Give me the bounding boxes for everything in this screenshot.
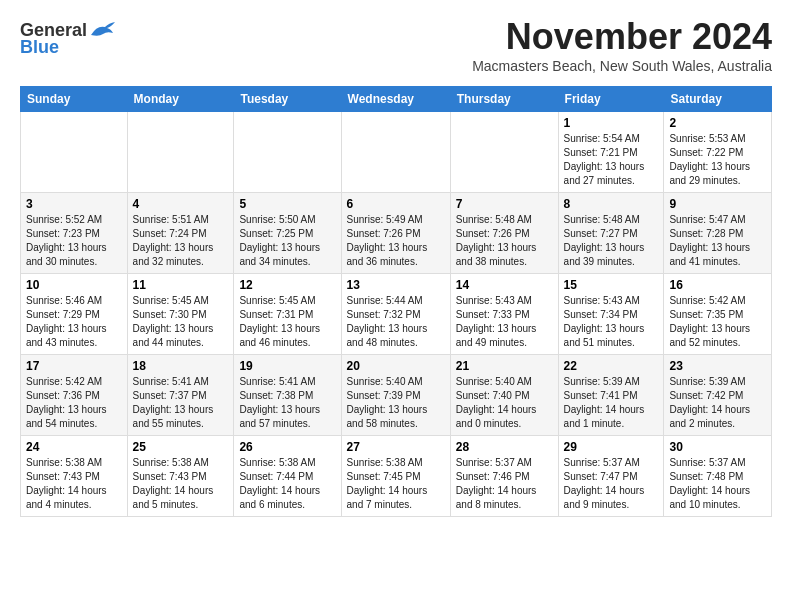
header: General Blue November 2024 Macmasters Be… [20, 16, 772, 82]
calendar-cell: 8Sunrise: 5:48 AM Sunset: 7:27 PM Daylig… [558, 193, 664, 274]
subtitle: Macmasters Beach, New South Wales, Austr… [472, 58, 772, 74]
day-info: Sunrise: 5:42 AM Sunset: 7:35 PM Dayligh… [669, 294, 766, 350]
calendar-cell: 4Sunrise: 5:51 AM Sunset: 7:24 PM Daylig… [127, 193, 234, 274]
calendar-cell [341, 112, 450, 193]
header-monday: Monday [127, 87, 234, 112]
calendar-cell: 2Sunrise: 5:53 AM Sunset: 7:22 PM Daylig… [664, 112, 772, 193]
day-info: Sunrise: 5:40 AM Sunset: 7:39 PM Dayligh… [347, 375, 445, 431]
day-info: Sunrise: 5:38 AM Sunset: 7:43 PM Dayligh… [26, 456, 122, 512]
day-number: 15 [564, 278, 659, 292]
calendar-header-row: SundayMondayTuesdayWednesdayThursdayFrid… [21, 87, 772, 112]
day-number: 25 [133, 440, 229, 454]
calendar-cell: 6Sunrise: 5:49 AM Sunset: 7:26 PM Daylig… [341, 193, 450, 274]
day-info: Sunrise: 5:41 AM Sunset: 7:38 PM Dayligh… [239, 375, 335, 431]
day-info: Sunrise: 5:52 AM Sunset: 7:23 PM Dayligh… [26, 213, 122, 269]
day-number: 2 [669, 116, 766, 130]
logo-bird-icon [89, 21, 115, 41]
calendar-week-row: 24Sunrise: 5:38 AM Sunset: 7:43 PM Dayli… [21, 436, 772, 517]
calendar-cell: 28Sunrise: 5:37 AM Sunset: 7:46 PM Dayli… [450, 436, 558, 517]
day-info: Sunrise: 5:37 AM Sunset: 7:46 PM Dayligh… [456, 456, 553, 512]
day-number: 23 [669, 359, 766, 373]
logo: General Blue [20, 20, 115, 58]
day-number: 5 [239, 197, 335, 211]
calendar-week-row: 10Sunrise: 5:46 AM Sunset: 7:29 PM Dayli… [21, 274, 772, 355]
month-title: November 2024 [472, 16, 772, 58]
day-info: Sunrise: 5:44 AM Sunset: 7:32 PM Dayligh… [347, 294, 445, 350]
day-info: Sunrise: 5:45 AM Sunset: 7:30 PM Dayligh… [133, 294, 229, 350]
calendar-cell: 21Sunrise: 5:40 AM Sunset: 7:40 PM Dayli… [450, 355, 558, 436]
day-info: Sunrise: 5:40 AM Sunset: 7:40 PM Dayligh… [456, 375, 553, 431]
day-info: Sunrise: 5:45 AM Sunset: 7:31 PM Dayligh… [239, 294, 335, 350]
day-info: Sunrise: 5:53 AM Sunset: 7:22 PM Dayligh… [669, 132, 766, 188]
day-number: 29 [564, 440, 659, 454]
header-sunday: Sunday [21, 87, 128, 112]
day-info: Sunrise: 5:47 AM Sunset: 7:28 PM Dayligh… [669, 213, 766, 269]
day-number: 12 [239, 278, 335, 292]
calendar-cell: 17Sunrise: 5:42 AM Sunset: 7:36 PM Dayli… [21, 355, 128, 436]
day-number: 30 [669, 440, 766, 454]
day-number: 28 [456, 440, 553, 454]
calendar-cell: 14Sunrise: 5:43 AM Sunset: 7:33 PM Dayli… [450, 274, 558, 355]
day-info: Sunrise: 5:46 AM Sunset: 7:29 PM Dayligh… [26, 294, 122, 350]
calendar-cell: 22Sunrise: 5:39 AM Sunset: 7:41 PM Dayli… [558, 355, 664, 436]
day-number: 22 [564, 359, 659, 373]
day-number: 18 [133, 359, 229, 373]
day-info: Sunrise: 5:48 AM Sunset: 7:27 PM Dayligh… [564, 213, 659, 269]
calendar-cell: 19Sunrise: 5:41 AM Sunset: 7:38 PM Dayli… [234, 355, 341, 436]
day-info: Sunrise: 5:39 AM Sunset: 7:41 PM Dayligh… [564, 375, 659, 431]
calendar-cell: 15Sunrise: 5:43 AM Sunset: 7:34 PM Dayli… [558, 274, 664, 355]
day-info: Sunrise: 5:38 AM Sunset: 7:43 PM Dayligh… [133, 456, 229, 512]
calendar-cell: 10Sunrise: 5:46 AM Sunset: 7:29 PM Dayli… [21, 274, 128, 355]
header-friday: Friday [558, 87, 664, 112]
day-info: Sunrise: 5:43 AM Sunset: 7:34 PM Dayligh… [564, 294, 659, 350]
day-info: Sunrise: 5:37 AM Sunset: 7:48 PM Dayligh… [669, 456, 766, 512]
day-info: Sunrise: 5:38 AM Sunset: 7:45 PM Dayligh… [347, 456, 445, 512]
calendar-cell: 5Sunrise: 5:50 AM Sunset: 7:25 PM Daylig… [234, 193, 341, 274]
day-number: 7 [456, 197, 553, 211]
day-info: Sunrise: 5:38 AM Sunset: 7:44 PM Dayligh… [239, 456, 335, 512]
day-number: 8 [564, 197, 659, 211]
calendar-cell: 20Sunrise: 5:40 AM Sunset: 7:39 PM Dayli… [341, 355, 450, 436]
day-info: Sunrise: 5:43 AM Sunset: 7:33 PM Dayligh… [456, 294, 553, 350]
day-number: 20 [347, 359, 445, 373]
day-info: Sunrise: 5:41 AM Sunset: 7:37 PM Dayligh… [133, 375, 229, 431]
calendar-cell: 26Sunrise: 5:38 AM Sunset: 7:44 PM Dayli… [234, 436, 341, 517]
day-number: 26 [239, 440, 335, 454]
day-number: 13 [347, 278, 445, 292]
day-number: 11 [133, 278, 229, 292]
day-number: 9 [669, 197, 766, 211]
day-number: 17 [26, 359, 122, 373]
day-info: Sunrise: 5:48 AM Sunset: 7:26 PM Dayligh… [456, 213, 553, 269]
day-number: 14 [456, 278, 553, 292]
day-info: Sunrise: 5:49 AM Sunset: 7:26 PM Dayligh… [347, 213, 445, 269]
calendar-cell: 25Sunrise: 5:38 AM Sunset: 7:43 PM Dayli… [127, 436, 234, 517]
calendar-cell: 18Sunrise: 5:41 AM Sunset: 7:37 PM Dayli… [127, 355, 234, 436]
calendar-cell: 7Sunrise: 5:48 AM Sunset: 7:26 PM Daylig… [450, 193, 558, 274]
header-thursday: Thursday [450, 87, 558, 112]
day-number: 16 [669, 278, 766, 292]
day-info: Sunrise: 5:50 AM Sunset: 7:25 PM Dayligh… [239, 213, 335, 269]
calendar-cell: 29Sunrise: 5:37 AM Sunset: 7:47 PM Dayli… [558, 436, 664, 517]
day-number: 10 [26, 278, 122, 292]
calendar-cell: 16Sunrise: 5:42 AM Sunset: 7:35 PM Dayli… [664, 274, 772, 355]
calendar-cell [21, 112, 128, 193]
calendar-week-row: 17Sunrise: 5:42 AM Sunset: 7:36 PM Dayli… [21, 355, 772, 436]
day-number: 27 [347, 440, 445, 454]
calendar-cell: 30Sunrise: 5:37 AM Sunset: 7:48 PM Dayli… [664, 436, 772, 517]
header-tuesday: Tuesday [234, 87, 341, 112]
calendar-week-row: 1Sunrise: 5:54 AM Sunset: 7:21 PM Daylig… [21, 112, 772, 193]
day-number: 4 [133, 197, 229, 211]
day-number: 19 [239, 359, 335, 373]
day-number: 24 [26, 440, 122, 454]
calendar-cell: 24Sunrise: 5:38 AM Sunset: 7:43 PM Dayli… [21, 436, 128, 517]
calendar-cell [127, 112, 234, 193]
header-wednesday: Wednesday [341, 87, 450, 112]
calendar-cell: 13Sunrise: 5:44 AM Sunset: 7:32 PM Dayli… [341, 274, 450, 355]
calendar-cell [450, 112, 558, 193]
logo-blue: Blue [20, 37, 59, 58]
calendar-cell: 27Sunrise: 5:38 AM Sunset: 7:45 PM Dayli… [341, 436, 450, 517]
calendar-week-row: 3Sunrise: 5:52 AM Sunset: 7:23 PM Daylig… [21, 193, 772, 274]
calendar-table: SundayMondayTuesdayWednesdayThursdayFrid… [20, 86, 772, 517]
day-number: 3 [26, 197, 122, 211]
calendar-cell: 12Sunrise: 5:45 AM Sunset: 7:31 PM Dayli… [234, 274, 341, 355]
